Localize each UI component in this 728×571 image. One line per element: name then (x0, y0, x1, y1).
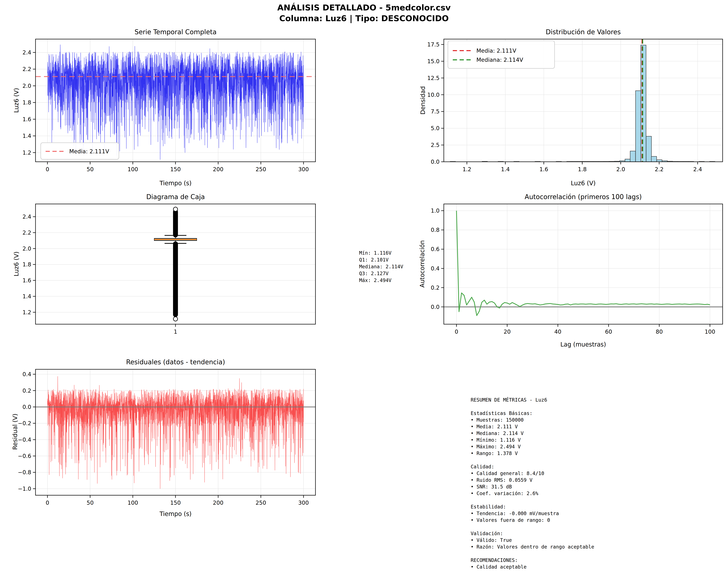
y-tick-label: 1.2 (22, 149, 31, 156)
histogram-chart: Media: 2.111VMediana: 2.114V1.21.41.61.8… (414, 24, 728, 184)
y-tick-label: 0.2 (431, 284, 440, 291)
histogram-bar (641, 45, 646, 162)
x-tick-label: 60 (605, 328, 612, 335)
acf-line (457, 211, 710, 316)
histogram-bar (625, 159, 630, 162)
x-tick-label: 100 (128, 166, 138, 173)
timeseries-ylabel: Luz6 (V) (13, 88, 20, 113)
y-tick-label: 0.0 (431, 304, 440, 310)
y-tick-label: 1.6 (22, 116, 31, 122)
y-tick-label: −0.2 (18, 420, 31, 427)
x-tick-label: 250 (255, 166, 266, 173)
y-tick-label: −1.0 (18, 485, 31, 492)
x-tick-label: 100 (128, 499, 138, 506)
outlier-max-marker (173, 207, 178, 211)
y-tick-label: 0.0 (22, 404, 31, 410)
y-tick-label: 1.4 (22, 133, 31, 139)
y-tick-label: 1.0 (431, 207, 440, 214)
legend-entry-label: Mediana: 2.114V (476, 56, 523, 63)
histogram-bar (651, 156, 657, 162)
x-tick-label: 200 (213, 499, 224, 506)
x-tick-label: 2.0 (616, 166, 625, 173)
x-tick-label: 1.4 (501, 166, 510, 173)
figure-title-line1: ANÁLISIS DETALLADO - 5medcolor.csv (0, 2, 728, 13)
x-tick-label: 0 (46, 166, 49, 173)
legend-entry-label: Media: 2.111V (476, 47, 516, 54)
metrics-summary: RESUMEN DE MÉTRICAS - Luz6 Estadísticas … (456, 383, 594, 571)
x-tick-label: 300 (298, 166, 309, 173)
x-tick-label: 250 (255, 499, 266, 506)
y-tick-label: −0.6 (18, 453, 31, 459)
y-tick-label: 7.5 (431, 108, 440, 115)
x-tick-label: 150 (170, 499, 181, 506)
x-tick-label: 1.2 (463, 166, 471, 173)
y-tick-label: 1.2 (22, 309, 31, 316)
y-tick-label: −0.8 (18, 469, 31, 475)
histogram-bar (657, 160, 662, 162)
x-tick-label: 50 (87, 499, 94, 506)
y-tick-label: 0.2 (22, 387, 31, 394)
residuals-ylabel: Residual (V) (12, 414, 19, 450)
x-tick-label: 40 (555, 328, 562, 335)
y-tick-label: 12.5 (427, 75, 440, 81)
boxplot-chart: 11.21.41.61.82.02.22.4 (23, 190, 332, 343)
y-tick-label: 0.8 (431, 227, 440, 233)
residuals-chart: 0501001502002503000.40.20.0−0.2−0.4−0.6−… (23, 355, 332, 510)
y-tick-label: 1.8 (22, 99, 31, 106)
y-tick-label: 0.6 (431, 246, 440, 252)
x-tick-label: 1 (174, 328, 177, 335)
x-tick-label: 80 (656, 328, 663, 335)
timeseries-chart: Media: 2.111V0501001502002503001.21.41.6… (23, 24, 332, 184)
x-tick-label: 0 (455, 328, 458, 335)
y-tick-label: 0.4 (431, 265, 440, 272)
histogram-bar (635, 91, 641, 162)
y-tick-label: 1.6 (22, 277, 31, 283)
y-tick-label: 2.0 (22, 83, 31, 89)
y-tick-label: 2.0 (22, 245, 31, 252)
y-tick-label: 1.8 (22, 261, 31, 268)
histogram-bar (646, 136, 651, 162)
figure-title-line2: Columna: Luz6 | Tipo: DESCONOCIDO (0, 13, 728, 24)
boxplot-ylabel: Luz6 (V) (13, 251, 20, 276)
x-tick-label: 1.6 (539, 166, 548, 173)
y-tick-label: 0.0 (431, 158, 440, 165)
x-tick-label: 0 (46, 499, 49, 506)
y-tick-label: 2.5 (431, 142, 440, 148)
residuals-xlabel: Tiempo (s) (160, 510, 192, 518)
x-tick-label: 1.8 (578, 166, 587, 173)
y-tick-label: 2.2 (22, 229, 31, 236)
x-tick-label: 20 (504, 328, 511, 335)
metrics-lines: RESUMEN DE MÉTRICAS - Luz6 Estadísticas … (471, 396, 594, 570)
histogram-bar (630, 151, 635, 162)
legend-entry-label: Media: 2.111V (69, 148, 109, 154)
y-tick-label: 0.4 (22, 371, 31, 377)
x-tick-label: 150 (170, 166, 181, 173)
acf-chart: 0204060801000.00.20.40.60.81.0 (414, 190, 728, 343)
outlier-min-marker (173, 317, 178, 321)
x-tick-label: 300 (298, 499, 309, 506)
x-tick-label: 2.2 (655, 166, 663, 173)
x-tick-label: 100 (705, 328, 715, 335)
x-tick-label: 50 (87, 166, 94, 173)
analysis-dashboard: ANÁLISIS DETALLADO - 5medcolor.csv Colum… (0, 0, 728, 571)
x-tick-label: 200 (213, 166, 224, 173)
y-tick-label: 15.0 (427, 58, 440, 65)
y-tick-label: 10.0 (427, 92, 440, 98)
boxplot-stats-text: Mín: 1.116V Q1: 2.101V Mediana: 2.114V Q… (359, 250, 403, 284)
y-tick-label: 2.4 (22, 49, 31, 56)
y-tick-label: 2.2 (22, 66, 31, 72)
y-tick-label: 2.4 (22, 213, 31, 220)
y-tick-label: 5.0 (431, 125, 440, 131)
y-tick-label: 17.5 (427, 41, 440, 48)
y-tick-label: −0.4 (18, 436, 31, 443)
y-tick-label: 1.4 (22, 293, 31, 300)
x-tick-label: 2.4 (693, 166, 702, 173)
